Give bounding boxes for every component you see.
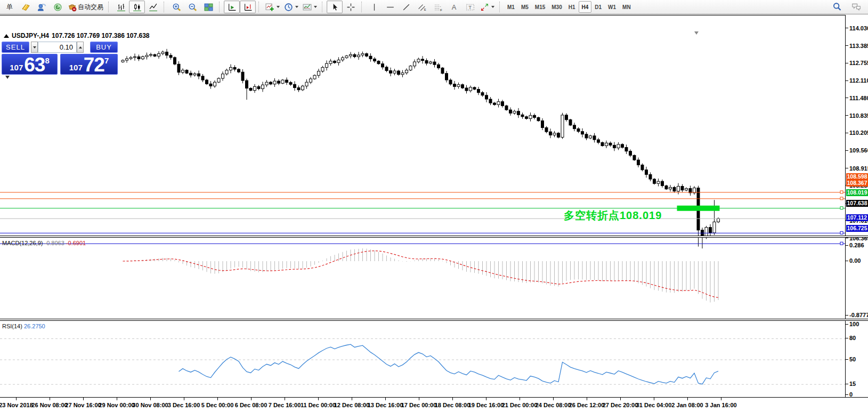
axis-tick (846, 168, 848, 168)
sell-price-button[interactable]: 107 63 8 (2, 54, 58, 75)
new-order-button[interactable]: 单 (2, 1, 18, 13)
timeframe-m5[interactable]: M5 (518, 1, 532, 13)
bar-chart-button[interactable] (113, 1, 129, 13)
dropdown-caret-icon[interactable] (277, 6, 280, 8)
indicators-button[interactable] (263, 1, 282, 13)
indicators-icon (265, 3, 274, 12)
timeframe-m15[interactable]: M15 (532, 1, 548, 13)
periods-button[interactable] (282, 1, 301, 13)
toolbar-separator (361, 2, 364, 12)
vertical-line-icon (370, 3, 379, 12)
time-tick-label: 5 Dec 00:00 (201, 402, 234, 408)
zoom-out-button[interactable] (184, 1, 200, 13)
autotrading-button[interactable]: 自动交易 (66, 1, 106, 13)
templates-button[interactable] (301, 1, 319, 13)
volume-decrease-button[interactable] (31, 42, 38, 53)
rsi-label: RSI(14) 26.2750 (2, 323, 45, 329)
candlestick-chart-icon (133, 3, 142, 12)
axis-tick (846, 98, 848, 98)
chart-shift-button[interactable] (240, 1, 256, 13)
timeframe-h4[interactable]: H4 (579, 1, 592, 13)
candlestick-chart-button[interactable] (129, 1, 145, 13)
dropdown-caret-icon[interactable] (314, 6, 317, 8)
rsi-pane-canvas[interactable] (0, 321, 845, 398)
pane-separator[interactable] (0, 319, 868, 321)
text-label-icon: T (466, 3, 475, 12)
channel-button[interactable]: E (414, 1, 430, 13)
sell-button[interactable]: SELL (2, 42, 29, 53)
time-tick-label: 2 Jan 08:00 (671, 402, 703, 408)
bar-chart-icon (117, 3, 126, 12)
time-tick-label: 3 Dec 16:00 (168, 402, 200, 408)
chat-button[interactable] (848, 1, 864, 13)
search-button[interactable] (829, 1, 845, 13)
rsi-axis-label: 50 (849, 356, 856, 362)
zoom-in-icon (172, 3, 181, 12)
timeframe-m30[interactable]: M30 (548, 1, 565, 13)
time-tick-label: 19 Dec 16:00 (468, 402, 504, 408)
one-click-trading-panel: SELL BUY 107 63 8 107 72 7 (2, 42, 118, 75)
svg-text:T: T (468, 4, 472, 10)
dropdown-caret-icon[interactable] (295, 6, 298, 8)
timeframe-w1[interactable]: W1 (605, 1, 619, 13)
axis-tick (846, 338, 848, 338)
trendline-button[interactable] (398, 1, 414, 13)
price-tick-label: 110.835 (849, 112, 868, 119)
line-chart-button[interactable] (145, 1, 161, 13)
panel-collapse-button[interactable] (5, 76, 10, 79)
time-tick-label: 30 Nov 08:00 (132, 402, 168, 408)
community-button[interactable] (50, 1, 66, 13)
text-icon: A (450, 3, 459, 12)
axis-tick (846, 80, 848, 81)
time-axis[interactable]: 23 Nov 201826 Nov 08:0027 Nov 16:0029 No… (0, 397, 868, 412)
crosshair-button[interactable] (343, 1, 359, 13)
auto-scroll-icon (228, 3, 237, 12)
timeframe-mn[interactable]: MN (619, 1, 634, 13)
time-tick (251, 398, 252, 400)
price-axis[interactable]: 114.030113.385112.755112.110111.480110.8… (845, 15, 868, 397)
axis-tick (846, 394, 848, 395)
zoom-in-button[interactable] (168, 1, 184, 13)
text-label-button[interactable]: T (462, 1, 478, 13)
timeframe-h1[interactable]: H1 (565, 1, 579, 13)
fibonacci-button[interactable]: F (430, 1, 446, 13)
text-button[interactable]: A (446, 1, 462, 13)
toolbar-group-trade: 单自动交易 (2, 1, 106, 13)
buy-price-button[interactable]: 107 72 7 (60, 54, 118, 75)
time-tick (486, 398, 486, 400)
timeframe-m1[interactable]: M1 (504, 1, 518, 13)
toolbar-group-objects: EFAT (366, 1, 497, 13)
buy-button[interactable]: BUY (90, 42, 118, 53)
dropdown-caret-icon[interactable] (491, 6, 494, 8)
timeframe-d1[interactable]: D1 (591, 1, 605, 13)
svg-text:F: F (440, 8, 442, 11)
time-tick-label: 12 Dec 08:00 (334, 402, 370, 408)
book-button[interactable] (18, 1, 34, 13)
time-tick-label: 6 Dec 08:00 (235, 402, 267, 408)
templates-icon (303, 3, 312, 12)
arrows-button[interactable] (478, 1, 497, 13)
time-tick (50, 398, 50, 400)
axis-tick (846, 238, 848, 238)
macd-axis-label: 0.286 (849, 242, 864, 248)
axis-tick (846, 261, 848, 261)
chat-icon (851, 2, 861, 12)
axis-tick (846, 324, 848, 325)
horizontal-line-button[interactable] (382, 1, 398, 13)
volume-increase-button[interactable] (77, 42, 84, 53)
time-tick (285, 398, 285, 400)
time-tick (419, 398, 419, 400)
pivot-annotation[interactable]: 多空转折点108.019 (564, 208, 662, 223)
volume-input[interactable] (38, 42, 77, 53)
chart-window: USDJPY-,H4 107.726 107.769 107.386 107.6… (0, 15, 868, 412)
pane-separator[interactable] (0, 236, 868, 238)
main-chart-canvas[interactable] (0, 30, 845, 251)
vertical-line-button[interactable] (366, 1, 382, 13)
tile-windows-button[interactable] (200, 1, 216, 13)
macd-pane-canvas[interactable] (0, 238, 845, 319)
navigator-button[interactable] (34, 1, 50, 13)
time-tick-label: 24 Dec 08:00 (536, 402, 571, 408)
auto-scroll-button[interactable] (224, 1, 240, 13)
toolbar: 单自动交易EFATM1M5M15M30H1H4D1W1MN (0, 0, 868, 14)
cursor-button[interactable] (327, 1, 343, 13)
